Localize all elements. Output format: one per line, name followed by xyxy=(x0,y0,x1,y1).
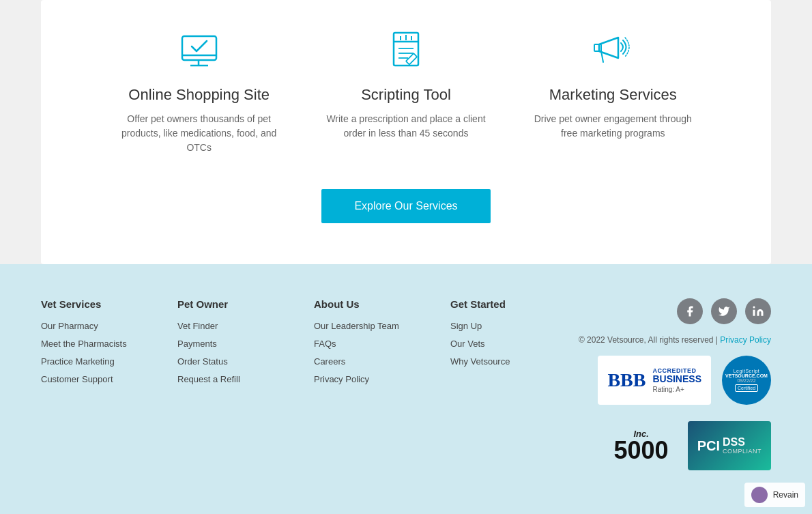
privacy-policy-link[interactable]: Privacy Policy xyxy=(720,335,771,345)
svg-rect-13 xyxy=(594,44,601,51)
list-item: FAQs xyxy=(314,337,409,349)
list-item: Privacy Policy xyxy=(314,373,409,385)
privacy-policy-footer-link[interactable]: Privacy Policy xyxy=(314,374,369,384)
list-item: Practice Marketing xyxy=(41,355,136,367)
footer-nav-columns: Vet Services Our Pharmacy Meet the Pharm… xyxy=(41,298,546,470)
meet-pharmacists-link[interactable]: Meet the Pharmacists xyxy=(41,339,127,349)
main-card: Online Shopping Site Offer pet owners th… xyxy=(41,0,771,264)
pci-badge: PCI DSS COMPLIANT xyxy=(688,421,771,470)
bbb-business-label: BUSINESS xyxy=(652,374,701,384)
service-item-marketing: Marketing Services Drive pet owner engag… xyxy=(517,27,708,141)
social-icons xyxy=(677,298,771,324)
our-vets-link[interactable]: Our Vets xyxy=(450,339,485,349)
footer-col-about-us: About Us Our Leadership Team FAQs Career… xyxy=(314,298,409,470)
footer-col-get-started: Get Started Sign Up Our Vets Why Vetsour… xyxy=(450,298,546,470)
scripting-desc: Write a prescription and place a client … xyxy=(324,112,488,141)
leadership-link[interactable]: Our Leadership Team xyxy=(314,321,399,331)
list-item: Request a Refill xyxy=(177,373,273,385)
scripting-title: Scripting Tool xyxy=(324,86,488,104)
list-item: Payments xyxy=(177,337,273,349)
order-status-link[interactable]: Order Status xyxy=(177,356,228,367)
sign-up-link[interactable]: Sign Up xyxy=(450,321,482,331)
marketing-icon xyxy=(531,27,695,75)
twitter-icon[interactable] xyxy=(711,298,737,324)
list-item: Meet the Pharmacists xyxy=(41,337,136,349)
bbb-rating-label: Rating: A+ xyxy=(652,386,701,393)
marketing-title: Marketing Services xyxy=(531,86,695,104)
bbb-badge: BBB ACCREDITED BUSINESS Rating: A+ xyxy=(598,356,711,405)
careers-link[interactable]: Careers xyxy=(314,356,345,367)
pci-compliant-label: COMPLIANT xyxy=(723,448,762,455)
footer-right: © 2022 Vetsource, All rights reserved | … xyxy=(579,298,771,470)
vet-services-heading: Vet Services xyxy=(41,298,136,310)
services-grid: Online Shopping Site Offer pet owners th… xyxy=(68,14,744,175)
marketing-desc: Drive pet owner engagement through free … xyxy=(531,112,695,141)
revain-widget[interactable]: Revain xyxy=(744,483,805,507)
pci-dss-label: DSS xyxy=(723,437,762,448)
explore-button[interactable]: Explore Our Services xyxy=(321,189,490,223)
footer-col-pet-owner: Pet Owner Vet Finder Payments Order Stat… xyxy=(177,298,273,470)
bbb-text-block: ACCREDITED BUSINESS Rating: A+ xyxy=(652,367,701,393)
list-item: Our Leadership Team xyxy=(314,319,409,332)
why-vetsource-link[interactable]: Why Vetsource xyxy=(450,356,510,367)
service-item-shopping: Online Shopping Site Offer pet owners th… xyxy=(104,27,295,155)
service-item-scripting: Scripting Tool Write a prescription and … xyxy=(310,27,502,141)
shopping-title: Online Shopping Site xyxy=(117,86,281,104)
get-started-heading: Get Started xyxy=(450,298,546,310)
svg-rect-9 xyxy=(406,53,417,64)
list-item: Why Vetsource xyxy=(450,355,546,367)
ls-certified-label: Certified xyxy=(735,384,758,392)
scripting-icon xyxy=(324,27,488,75)
practice-marketing-link[interactable]: Practice Marketing xyxy=(41,356,115,367)
our-pharmacy-link[interactable]: Our Pharmacy xyxy=(41,321,98,331)
footer-top: Vet Services Our Pharmacy Meet the Pharm… xyxy=(41,298,771,470)
badges-row-1: BBB ACCREDITED BUSINESS Rating: A+ Legit… xyxy=(598,356,771,405)
legitscript-badge: LegitScript VETSOURCE.COM 09/22/22 Certi… xyxy=(722,356,771,405)
ls-date-label: 09/22/22 xyxy=(737,378,755,383)
cta-container: Explore Our Services xyxy=(68,189,744,223)
list-item: Sign Up xyxy=(450,319,546,332)
badges-row-2: Inc. 5000 PCI DSS COMPLIANT xyxy=(614,421,771,470)
facebook-icon[interactable] xyxy=(677,298,703,324)
list-item: Order Status xyxy=(177,355,273,367)
list-item: Customer Support xyxy=(41,373,136,385)
copyright-text: © 2022 Vetsource, All rights reserved | … xyxy=(579,335,771,345)
linkedin-icon[interactable] xyxy=(745,298,771,324)
revain-logo-icon xyxy=(751,487,768,503)
ls-vetsource-label: VETSOURCE.COM xyxy=(725,373,768,378)
footer: Vet Services Our Pharmacy Meet the Pharm… xyxy=(0,264,812,514)
list-item: Our Vets xyxy=(450,337,546,349)
about-us-heading: About Us xyxy=(314,298,409,310)
payments-link[interactable]: Payments xyxy=(177,339,217,349)
list-item: Vet Finder xyxy=(177,319,273,332)
list-item: Our Pharmacy xyxy=(41,319,136,332)
shopping-icon xyxy=(117,27,281,75)
svg-rect-14 xyxy=(753,310,755,316)
pci-logo-icon: PCI xyxy=(697,439,720,453)
footer-col-vet-services: Vet Services Our Pharmacy Meet the Pharm… xyxy=(41,298,136,470)
shopping-desc: Offer pet owners thousands of pet produc… xyxy=(117,112,281,155)
inc5000-badge: Inc. 5000 xyxy=(614,421,669,470)
svg-point-15 xyxy=(753,306,755,309)
list-item: Careers xyxy=(314,355,409,367)
pet-owner-heading: Pet Owner xyxy=(177,298,273,310)
customer-support-link[interactable]: Customer Support xyxy=(41,374,113,384)
request-refill-link[interactable]: Request a Refill xyxy=(177,374,240,384)
faqs-link[interactable]: FAQs xyxy=(314,339,336,349)
vet-finder-link[interactable]: Vet Finder xyxy=(177,321,218,331)
bbb-logo-icon: BBB xyxy=(607,369,646,391)
ls-legit-label: LegitScript xyxy=(734,369,760,373)
revain-label: Revain xyxy=(773,490,798,500)
